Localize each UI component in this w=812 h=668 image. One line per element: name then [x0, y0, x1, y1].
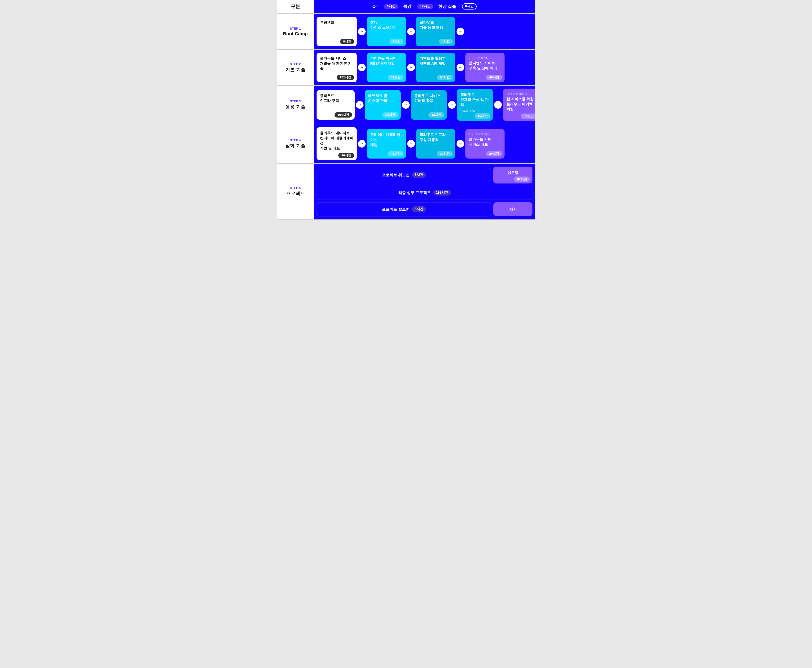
card-mini3-hours: 24시간	[486, 151, 502, 157]
arrow-2-3[interactable]: →	[456, 63, 464, 71]
step4-content: 클라우드 네이티브 컨테이너 애플리케이션 개발 및 배포 96시간 → 컨테이…	[314, 124, 535, 163]
card-mini1-hours: 48시간	[486, 75, 502, 80]
step5-name: 프로젝트	[286, 190, 305, 197]
arrow-3-2[interactable]: →	[402, 101, 409, 109]
card-presentation: 프로젝트 발표회 8시간	[317, 202, 491, 217]
header-label: 구분	[277, 0, 314, 13]
arrow-3-4[interactable]: →	[494, 101, 502, 109]
card-ot-title: OT / 아이스 브레이킹	[370, 20, 403, 30]
header-special-label: 특강	[403, 3, 411, 9]
step5-number: STEP 5	[290, 186, 301, 190]
card-mini1-title: 온디멘드 사이트 구축 및 장애 처리	[469, 61, 501, 71]
card-network-hours: 24시간	[382, 112, 398, 117]
step3-number: STEP 3	[290, 99, 301, 103]
step5-presentation-row: 프로젝트 발표회 8시간 심사	[317, 202, 533, 217]
card-cloud-native: 클라우드 네이티브 컨테이너 애플리케이션 개발 및 배포 96시간	[317, 127, 357, 160]
card-cloud-auto-title: 클라우드 인프라 구성 자동화	[419, 132, 452, 142]
card-mini1: 미니 프로젝트(1) 온디멘드 사이트 구축 및 장애 처리 48시간	[465, 53, 505, 82]
card-workshop-hours: 8시간	[412, 172, 426, 178]
arrow-4-3[interactable]: →	[456, 140, 464, 147]
header-label-text: 구분	[291, 3, 300, 10]
card-presentation-title: 프로젝트 발표회	[382, 207, 409, 212]
step5-row: STEP 5 프로젝트 프로젝트 워크샵 8시간 멘토링 32시간 최종 실무 …	[277, 164, 535, 220]
card-cloud-infra2-title: 클라우드 인프라 구성 및 관리	[460, 92, 490, 107]
card-python: 파이썬을 이용한 REST API 개발 48시간	[367, 53, 406, 82]
step4-name: 심화 기술	[285, 143, 305, 149]
card-cloud-trend: 클라우드 기술 동향 특강 4시간	[416, 17, 455, 46]
header-ot-label: OT	[373, 4, 378, 9]
card-cloud-infra2: 클라우드 인프라 구성 및 관리 - AWS / NCP 16시간	[457, 89, 493, 121]
card-cloud-auto: 클라우드 인프라 구성 자동화 32시간	[416, 129, 455, 159]
card-review: 심사	[493, 202, 533, 216]
header-special-hours: 12시간	[418, 3, 433, 9]
card-react-title: 리액트를 활용한 백엔드 API 개발	[419, 56, 452, 66]
card-react-hours: 64시간	[437, 75, 453, 80]
card-workshop-title: 프로젝트 워크샵	[382, 172, 409, 177]
arrow-3-3[interactable]: →	[448, 101, 456, 109]
step4-label: STEP 4 심화 기술	[277, 124, 314, 163]
card-mentoring-hours: 32시간	[514, 177, 530, 182]
step3-label: STEP 3 응용 기술	[277, 85, 314, 124]
arrow-4-2[interactable]: →	[407, 140, 415, 147]
card-mini2-label: 미니 프로젝트(2)	[506, 92, 535, 96]
card-bootcamp-title: 부팅캠프	[320, 20, 353, 25]
card-cloud-basic-title: 클라우드 서비스 개발을 위한 기본 기술	[320, 56, 353, 71]
arrow-1-2[interactable]: →	[407, 28, 415, 35]
card-container-app-title: 컨테이너 애플리케이션 개발	[370, 132, 403, 147]
step5-final-row: 최종 실무 프로젝트 192시간	[317, 185, 533, 200]
card-cloud-trend-hours: 4시간	[439, 39, 453, 44]
card-final-hours: 192시간	[433, 190, 451, 195]
arrow-1-1[interactable]: →	[358, 28, 366, 35]
card-python-title: 파이썬을 이용한 REST API 개발	[370, 56, 403, 66]
card-mini2-title: 웹 서비스를 위한 클라우드 아키텍처링	[506, 97, 535, 112]
arrow-2-1[interactable]: →	[358, 63, 366, 71]
header-field-label: 현장 실습	[438, 3, 456, 9]
arrow-4-1[interactable]: →	[358, 140, 366, 147]
header-field-hours: 8시간	[462, 3, 477, 10]
step5-right: 멘토링 32시간	[493, 167, 533, 184]
card-mini2-hours: 32시간	[521, 114, 535, 119]
arrow-2-2[interactable]: →	[407, 63, 415, 71]
step5-workshop-row: 프로젝트 워크샵 8시간 멘토링 32시간	[317, 167, 533, 184]
card-cloud-infra-title: 클라우드 인프라 구축	[320, 94, 351, 104]
step4-row: STEP 4 심화 기술 클라우드 네이티브 컨테이너 애플리케이션 개발 및 …	[277, 124, 535, 164]
step1-label: STEP 1 Boot Camp	[277, 14, 314, 49]
card-container-app-hours: 40시간	[388, 151, 403, 157]
card-presentation-hours: 8시간	[412, 206, 426, 212]
header-content: OT 4시간 특강 12시간 현장 실습 8시간	[314, 0, 535, 13]
card-workshop: 프로젝트 워크샵 8시간	[317, 168, 491, 182]
step2-label: STEP 2 기본 기술	[277, 50, 314, 85]
step2-content: 클라우드 서비스 개발을 위한 기본 기술 152시간 → 파이썬을 이용한 R…	[314, 50, 535, 85]
arrow-3-1[interactable]: →	[356, 101, 364, 109]
step4-number: STEP 4	[290, 138, 301, 142]
card-mini3-label: 미니 프로젝트(3)	[469, 132, 501, 136]
card-review-title: 심사	[509, 207, 517, 212]
arrow-1-3[interactable]: →	[456, 28, 464, 35]
header-row: 구분 OT 4시간 특강 12시간 현장 실습 8시간	[277, 0, 535, 14]
card-mini1-label: 미니 프로젝트(1)	[469, 56, 501, 60]
card-python-hours: 48시간	[388, 75, 403, 80]
card-cloud-basic: 클라우드 서비스 개발을 위한 기본 기술 152시간	[317, 53, 357, 82]
card-mini3-title: 클라우드 기반 서비스 배포	[469, 137, 501, 147]
step5-label: STEP 5 프로젝트	[277, 164, 314, 219]
card-mentoring: 멘토링 32시간	[493, 167, 533, 184]
card-bootcamp-hours: 8시간	[340, 39, 354, 44]
card-mini3: 미니 프로젝트(3) 클라우드 기반 서비스 배포 24시간	[465, 129, 505, 159]
step1-name: Boot Camp	[283, 31, 307, 37]
step1-content: 부팅캠프 8시간 → OT / 아이스 브레이킹 4시간 → 클라우드 기술 동…	[314, 14, 535, 49]
card-cloud-native-hours: 96시간	[338, 153, 354, 158]
card-cloud-service-hours: 16시간	[428, 112, 444, 117]
step3-row: STEP 3 응용 기술 클라우드 인프라 구축 104시간 → 네트워크 및 …	[277, 85, 535, 124]
card-ot-hours: 4시간	[389, 39, 403, 44]
card-final-title: 최종 실무 프로젝트	[398, 190, 431, 195]
card-network-title: 네트워크 및 시스템 관리	[368, 94, 397, 104]
card-react: 리액트를 활용한 백엔드 API 개발 64시간	[416, 53, 455, 82]
card-cloud-auto-hours: 32시간	[437, 151, 453, 157]
card-ot: OT / 아이스 브레이킹 4시간	[367, 17, 406, 46]
step3-content: 클라우드 인프라 구축 104시간 → 네트워크 및 시스템 관리 24시간 →…	[314, 85, 535, 124]
step1-row: STEP 1 Boot Camp 부팅캠프 8시간 → OT / 아이스 브레이…	[277, 14, 535, 50]
header-ot-hours: 4시간	[384, 3, 398, 9]
card-bootcamp: 부팅캠프 8시간	[317, 17, 357, 46]
card-cloud-trend-title: 클라우드 기술 동향 특강	[419, 20, 452, 30]
card-mini2: 미니 프로젝트(2) 웹 서비스를 위한 클라우드 아키텍처링 32시간	[503, 89, 535, 121]
